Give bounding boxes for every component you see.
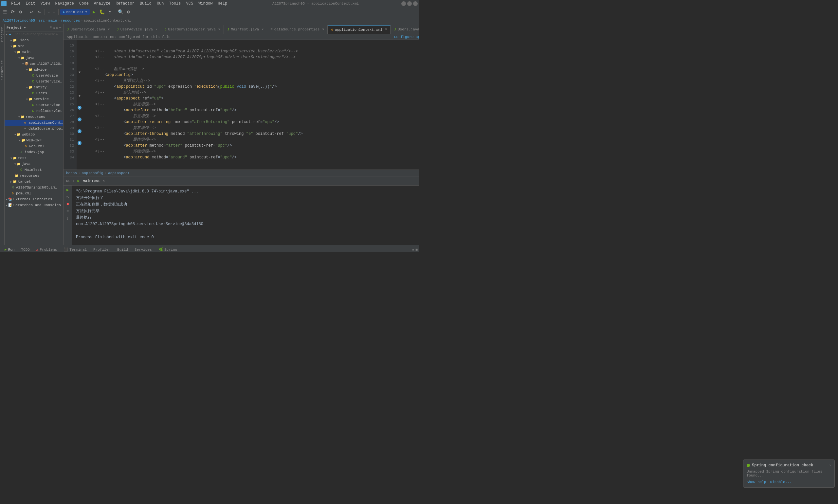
tab-datasource[interactable]: ≡ dataSource.properties × <box>267 25 328 34</box>
btab-build[interactable]: Build <box>114 247 131 252</box>
tree-index-jsp[interactable]: J index.jsp <box>4 149 63 155</box>
tab-maintest-close[interactable]: × <box>262 28 264 32</box>
tree-webinf[interactable]: ▼ 📁 WEB-INF <box>4 138 63 143</box>
btab-todo[interactable]: TODO <box>18 247 33 252</box>
menu-help[interactable]: Help <box>215 1 230 6</box>
tree-package[interactable]: ▼ 📦 com.A1207.A1207Springch05 <box>4 61 63 67</box>
coverage-button[interactable]: ☂ <box>106 8 113 16</box>
run-tab-close[interactable]: × <box>103 179 105 183</box>
tab-userservice[interactable]: J UserService.java × <box>64 25 113 34</box>
btab-services[interactable]: Services <box>131 247 155 252</box>
tree-datasource[interactable]: ≡ dataSource.properties <box>4 126 63 131</box>
tree-userservice[interactable]: C UserService <box>4 102 63 108</box>
menu-refactor[interactable]: Refactor <box>113 1 137 6</box>
undo-icon[interactable]: ↩ <box>28 8 35 16</box>
btab-problems[interactable]: ⚠ Problems <box>33 246 60 252</box>
breadcrumb-aopaspect[interactable]: aop:aspect <box>108 171 130 175</box>
menu-tools[interactable]: Tools <box>167 1 184 6</box>
gm-20[interactable]: ▼ <box>76 69 83 75</box>
tree-service[interactable]: ▼ 📁 service <box>4 96 63 102</box>
tree-project-root[interactable]: ▼ ◆ A1207Springch05 D:\JavaEnterpriseWeb… <box>4 32 63 37</box>
menu-code[interactable]: Code <box>76 1 91 6</box>
tree-helloservlet[interactable]: C HelloServlet <box>4 108 63 114</box>
run-play-icon-2[interactable]: ▶ <box>65 187 71 193</box>
close-button[interactable] <box>413 1 418 6</box>
tree-iml[interactable]: M A1207Springch05.iml <box>4 184 63 191</box>
btab-profiler[interactable]: Profiler <box>90 247 114 252</box>
menu-build[interactable]: Build <box>137 1 154 6</box>
tree-appcontext[interactable]: ⚙ applicationContext.xml <box>4 120 63 126</box>
configure-link[interactable]: Configure application context <box>394 35 419 39</box>
tab-userservicelogger[interactable]: J UserServiceLogger.java × <box>161 25 224 34</box>
tab-users[interactable]: J Users.java × <box>391 25 419 34</box>
run-button[interactable]: ▶ <box>90 8 97 16</box>
tab-useradvice-close[interactable]: × <box>156 28 158 32</box>
menu-run[interactable]: Run <box>154 1 167 6</box>
project-icon[interactable]: ☰ <box>1 8 8 16</box>
breadcrumb-beans[interactable]: beans <box>66 171 77 175</box>
tree-webxml[interactable]: ⚙ web.xml <box>4 143 63 149</box>
tree-test[interactable]: ▼ 📁 test <box>4 155 63 161</box>
tab-appcontext-close[interactable]: × <box>385 28 387 32</box>
tree-useradvice[interactable]: C UserAdvice <box>4 73 63 78</box>
tab-useradvice[interactable]: J UserAdvice.java × <box>113 25 161 34</box>
locate-icon[interactable]: ◎ <box>53 25 55 30</box>
run-config-dropdown[interactable]: ▶ MainTest ▾ <box>60 9 90 15</box>
fold-24-icon[interactable]: ▼ <box>78 94 81 98</box>
tab-maintest[interactable]: J MainTest.java × <box>224 25 267 34</box>
settings2-icon[interactable]: ⚙ <box>125 8 132 16</box>
tree-ext-libs[interactable]: ▶ 📚 External Libraries <box>4 196 63 202</box>
project-panel-label[interactable]: Project <box>0 24 5 44</box>
tree-resources[interactable]: ▼ 📁 resources <box>4 114 63 120</box>
gm-24[interactable]: ▼ <box>76 93 83 99</box>
path-src[interactable]: src <box>39 19 45 22</box>
favorites-icon[interactable]: ★ <box>412 248 414 252</box>
tree-pom[interactable]: ⚙ pom.xml <box>4 191 63 196</box>
menu-window[interactable]: Window <box>196 1 215 6</box>
nav-back[interactable]: ← <box>47 10 51 14</box>
tree-webapp[interactable]: ▼ 📁 webapp <box>4 131 63 138</box>
tab-userservice-close[interactable]: × <box>108 28 110 32</box>
fold-20-icon[interactable]: ▼ <box>78 71 81 74</box>
nav-forward[interactable]: → <box>52 10 57 14</box>
btab-terminal[interactable]: ⬛ Terminal <box>60 246 90 252</box>
tab-appcontext[interactable]: ⚙ applicationContext.xml × <box>328 25 391 34</box>
settings-icon[interactable]: ⚙ <box>56 25 58 30</box>
expand-icon[interactable]: ⊞ <box>415 248 418 252</box>
path-root[interactable]: A1207Springch05 <box>3 19 35 22</box>
collapse-all-icon[interactable]: ≡ <box>50 25 52 30</box>
tree-scratches[interactable]: ▶ 📝 Scratches and Consoles <box>4 202 63 208</box>
menu-navigate[interactable]: Navigate <box>52 1 76 6</box>
run-rerun-icon[interactable]: ↻ <box>65 194 71 200</box>
menu-view[interactable]: View <box>38 1 53 6</box>
tree-src[interactable]: ▼ 📁 src <box>4 43 63 49</box>
code-content[interactable]: <!-- <bean id="uservice" class="com.A120… <box>83 40 419 169</box>
tab-userservicelogger-close[interactable]: × <box>218 28 220 32</box>
run-scroll-icon[interactable]: ↓ <box>65 216 71 221</box>
breadcrumb-aopconfig[interactable]: aop:config <box>82 171 104 175</box>
structure-panel-label[interactable]: Structure <box>0 58 5 82</box>
tree-users[interactable]: C Users <box>4 90 63 96</box>
run-filter-icon[interactable]: ≡ <box>65 209 71 214</box>
menu-file[interactable]: File <box>8 1 23 6</box>
menu-analyze[interactable]: Analyze <box>91 1 113 6</box>
minimize-button[interactable] <box>401 1 406 6</box>
btab-spring[interactable]: 🌿 Spring <box>155 246 181 252</box>
sync-icon[interactable]: ⟳ <box>9 8 16 16</box>
maximize-button[interactable] <box>407 1 412 6</box>
tree-maintest[interactable]: C MainTest <box>4 167 63 173</box>
menu-vcs[interactable]: VCS <box>184 1 196 6</box>
path-main[interactable]: main <box>49 19 57 22</box>
tree-advice[interactable]: ▼ 📁 advice <box>4 67 63 73</box>
tree-java[interactable]: ▼ 📁 java <box>4 55 63 61</box>
menu-edit[interactable]: Edit <box>23 1 38 6</box>
search-everywhere[interactable]: 🔍 <box>117 8 124 16</box>
btab-run[interactable]: ▶ Run <box>1 246 18 252</box>
redo-icon[interactable]: ↪ <box>36 8 43 16</box>
path-resources[interactable]: resources <box>60 19 80 22</box>
tree-main[interactable]: ▼ 📁 main <box>4 49 63 55</box>
tree-userservicelogger[interactable]: C UserServiceLogger <box>4 78 63 85</box>
hide-panel-icon[interactable]: — <box>59 25 61 30</box>
tree-target[interactable]: ▶ 📁 target <box>4 179 63 184</box>
tree-entity[interactable]: ▼ 📁 entity <box>4 85 63 90</box>
